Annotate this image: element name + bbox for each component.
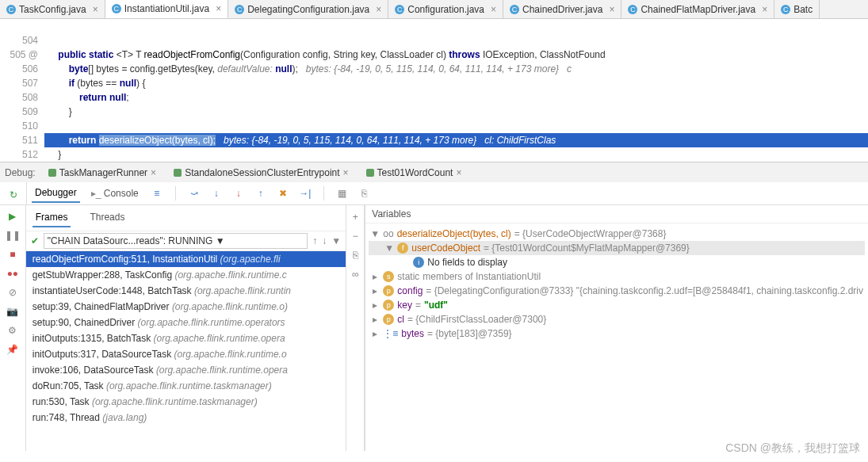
debug-toolbar: Debugger ▸_ Console ≡ ⤻ ↓ ↓ ↑ ✖ →| ▦ ⎘: [27, 182, 372, 204]
console-tab[interactable]: ▸_ Console: [88, 185, 142, 202]
frame-item[interactable]: getStubWrapper:288, TaskConfig (org.apac…: [26, 267, 346, 283]
run-config-test01[interactable]: Test01WordCount×: [361, 167, 467, 178]
threads-tab[interactable]: Threads: [86, 208, 128, 227]
close-icon[interactable]: ×: [376, 4, 381, 15]
run-config-taskmanager[interactable]: TaskManagerRunner×: [44, 167, 161, 178]
param-icon: p: [383, 285, 394, 296]
close-icon[interactable]: ×: [216, 3, 221, 14]
mid-toolbar: + − ⎘ ∞: [346, 205, 365, 451]
frames-tab[interactable]: Frames: [33, 208, 71, 227]
filter-icon[interactable]: ▼: [331, 235, 341, 246]
mute-breakpoints-icon[interactable]: ⊘: [6, 286, 19, 299]
threads-icon[interactable]: ≡: [150, 186, 164, 200]
rerun-icon[interactable]: ↻: [7, 189, 20, 201]
java-icon: C: [781, 5, 790, 14]
frame-item[interactable]: initOutputs:317, DataSourceTask (org.apa…: [26, 346, 346, 362]
code-body[interactable]: public static <T> T readObjectFromConfig…: [44, 19, 868, 162]
copy-icon[interactable]: ⎘: [353, 250, 358, 261]
param-icon: p: [383, 300, 394, 311]
frame-item[interactable]: run:748, Thread (java.lang): [26, 410, 346, 426]
java-icon: C: [112, 4, 121, 13]
prev-frame-icon[interactable]: ↑: [312, 235, 317, 246]
stop-icon[interactable]: ■: [6, 248, 19, 261]
java-icon: C: [395, 5, 404, 14]
run-icon: [174, 169, 182, 177]
java-icon: C: [6, 5, 16, 14]
frame-item[interactable]: instantiateUserCode:1448, BatchTask (org…: [26, 283, 346, 299]
file-tabs: CTaskConfig.java× CInstantiationUtil.jav…: [0, 0, 868, 19]
tab-chainedflatmap[interactable]: CChainedFlatMapDriver.java×: [621, 0, 774, 18]
java-icon: C: [510, 5, 519, 14]
watches-icon[interactable]: ∞: [352, 269, 359, 280]
watermark: CSDN @教练，我想打篮球: [725, 441, 860, 456]
left-action-bar: ▶ ❚❚ ■ ●● ⊘ 📷 ⚙ 📌: [0, 205, 26, 451]
new-watch-icon[interactable]: +: [353, 212, 358, 223]
run-icon: [366, 169, 374, 177]
step-into-icon[interactable]: ↓: [209, 186, 224, 200]
close-icon[interactable]: ×: [491, 4, 496, 15]
left-toolbar: ↻: [0, 182, 27, 204]
gutter: 504 505 @ 506 507 508 509 510 511 512: [0, 19, 44, 162]
java-icon: C: [628, 5, 637, 14]
frame-item[interactable]: setup:90, ChainedDriver (org.apache.flin…: [26, 315, 346, 330]
run-icon: [48, 169, 56, 177]
run-config-standalone[interactable]: StandaloneSessionClusterEntrypoint×: [169, 167, 353, 178]
evaluate-icon[interactable]: ▦: [335, 186, 350, 200]
array-icon: ⋮≡: [383, 328, 398, 339]
view-breakpoints-icon[interactable]: ●●: [6, 267, 19, 280]
frame-item[interactable]: run:530, Task (org.apache.flink.runtime.…: [26, 394, 346, 410]
close-icon[interactable]: ×: [609, 4, 614, 15]
resume-icon[interactable]: ▶: [6, 210, 19, 223]
static-icon: s: [383, 271, 394, 282]
frame-item[interactable]: invoke:106, DataSourceTask (org.apache.f…: [26, 362, 346, 378]
variables-panel: Variables ▼oo deserializeObject(bytes, c…: [365, 205, 868, 451]
close-icon[interactable]: ×: [456, 167, 461, 178]
close-icon[interactable]: ×: [343, 167, 349, 178]
tab-configuration[interactable]: CConfiguration.java×: [388, 0, 503, 18]
pause-icon[interactable]: ❚❚: [6, 229, 19, 242]
frame-item[interactable]: readObjectFromConfig:511, InstantiationU…: [26, 251, 346, 267]
close-icon[interactable]: ×: [151, 167, 156, 178]
next-frame-icon[interactable]: ↓: [322, 235, 327, 246]
frames-panel: Frames Threads ✔ "CHAIN DataSourc...read…: [26, 205, 346, 451]
settings-icon[interactable]: ⚙: [6, 324, 19, 337]
pin-icon[interactable]: 📌: [6, 343, 19, 356]
tab-batc[interactable]: CBatc: [774, 0, 820, 18]
frame-item[interactable]: initOutputs:1315, BatchTask (org.apache.…: [26, 330, 346, 346]
code-editor[interactable]: 504 505 @ 506 507 508 509 510 511 512 pu…: [0, 19, 868, 162]
variables-tree[interactable]: ▼oo deserializeObject(bytes, cl) = {User…: [365, 223, 868, 344]
frame-list[interactable]: readObjectFromConfig:511, InstantiationU…: [26, 251, 346, 426]
frame-item[interactable]: doRun:705, Task (org.apache.flink.runtim…: [26, 378, 346, 394]
close-icon[interactable]: ×: [93, 4, 98, 15]
debug-panels: ▶ ❚❚ ■ ●● ⊘ 📷 ⚙ 📌 Frames Threads ✔ "CHAI…: [0, 205, 868, 451]
frame-item[interactable]: setup:39, ChainedFlatMapDriver (org.apac…: [26, 299, 346, 315]
trace-icon[interactable]: ⎘: [358, 186, 372, 200]
step-over-icon[interactable]: ⤻: [187, 186, 201, 200]
debugger-tab[interactable]: Debugger: [32, 184, 80, 203]
field-icon: f: [397, 242, 408, 254]
run-to-cursor-icon[interactable]: →|: [298, 186, 312, 200]
thread-selector[interactable]: "CHAIN DataSourc...reads": RUNNING ▼: [44, 233, 308, 249]
tab-chaineddriver[interactable]: CChainedDriver.java×: [503, 0, 621, 18]
java-icon: C: [235, 5, 244, 14]
variables-header: Variables: [365, 205, 868, 223]
tab-instantiationutil[interactable]: CInstantiationUtil.java×: [105, 0, 228, 18]
force-step-into-icon[interactable]: ↓: [231, 186, 246, 200]
tab-taskconfig[interactable]: CTaskConfig.java×: [0, 0, 105, 18]
close-icon[interactable]: ×: [762, 4, 767, 15]
tab-delegatingconfig[interactable]: CDelegatingConfiguration.java×: [228, 0, 388, 18]
debug-label: Debug:: [5, 167, 36, 178]
info-icon: i: [413, 257, 424, 268]
check-icon: ✔: [31, 235, 39, 246]
param-icon: p: [383, 314, 394, 325]
step-out-icon[interactable]: ↑: [254, 186, 268, 200]
get-thread-dump-icon[interactable]: 📷: [6, 305, 19, 318]
remove-watch-icon[interactable]: −: [353, 231, 358, 242]
debug-bar: Debug: TaskManagerRunner× StandaloneSess…: [0, 162, 868, 182]
drop-frame-icon[interactable]: ✖: [276, 186, 290, 200]
